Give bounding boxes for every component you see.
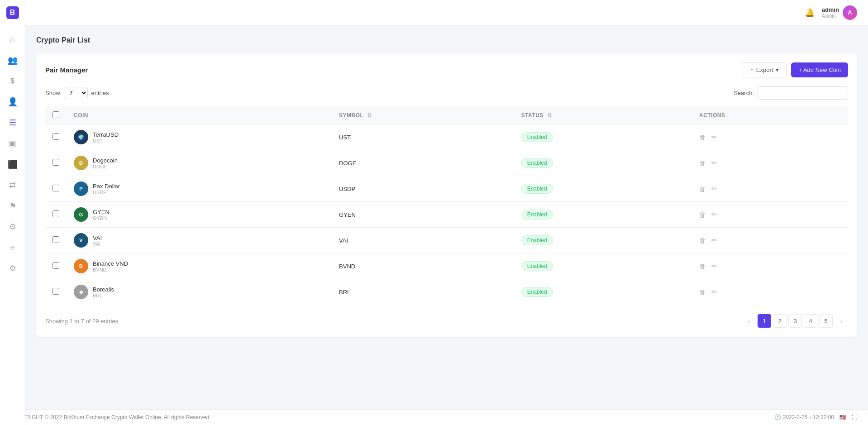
coin-ticker-6: BRL: [93, 293, 114, 298]
actions-cell-1: 🗑 ✏: [692, 150, 848, 176]
status-badge-0: Enabled: [521, 132, 553, 142]
edit-icon-0[interactable]: ✏: [711, 133, 717, 141]
row-checkbox-cell: [45, 253, 67, 279]
coins-table: COIN SYMBOL ⇅ STATUS ⇅ ACTIONS 🌍 TerraU: [45, 107, 848, 305]
sidebar-item-menu[interactable]: ≡: [4, 239, 22, 257]
row-checkbox-cell: [45, 228, 67, 253]
sidebar-item-grid[interactable]: ▣: [4, 134, 22, 153]
delete-icon-5[interactable]: 🗑: [699, 263, 706, 270]
coin-name-2: Pax Dollar: [93, 183, 120, 190]
coin-info-3: GYEN GYEN: [93, 209, 110, 221]
search-input[interactable]: [758, 86, 848, 100]
action-icons-3: 🗑 ✏: [699, 210, 841, 219]
status-cell-3: Enabled: [514, 202, 692, 228]
row-checkbox-cell: [45, 279, 67, 305]
pagination-page-2[interactable]: 2: [773, 314, 787, 328]
coin-logo-5: B: [74, 259, 88, 273]
app-logo: B: [6, 6, 19, 19]
edit-icon-5[interactable]: ✏: [711, 262, 717, 270]
add-new-coin-button[interactable]: + Add New Coin: [791, 62, 848, 77]
row-checkbox-6[interactable]: [52, 288, 59, 295]
status-badge-5: Enabled: [521, 261, 553, 271]
user-avatar[interactable]: A: [843, 5, 857, 20]
pagination-page-1[interactable]: 1: [758, 314, 771, 328]
symbol-header[interactable]: SYMBOL ⇅: [332, 107, 514, 124]
topbar-right: 🔔 admin Admin A: [805, 5, 857, 20]
edit-icon-3[interactable]: ✏: [711, 210, 717, 219]
pagination-next[interactable]: ›: [835, 314, 848, 328]
notification-bell-icon[interactable]: 🔔: [805, 8, 815, 18]
sidebar-logo: B: [0, 0, 25, 25]
show-entries: Show 7 10 25 50 entries: [45, 87, 109, 99]
coin-name-1: Dogecoin: [93, 157, 118, 164]
row-checkbox-5[interactable]: [52, 262, 59, 269]
sidebar-item-flag[interactable]: ⚑: [4, 197, 22, 215]
pagination-prev[interactable]: ‹: [742, 314, 756, 328]
coin-name-3: GYEN: [93, 209, 110, 215]
list-icon: ☰: [9, 118, 16, 128]
delete-icon-4[interactable]: 🗑: [699, 237, 706, 244]
sidebar-item-home[interactable]: ⌂: [4, 30, 22, 48]
add-label: + Add New Coin: [798, 67, 841, 73]
edit-icon-1[interactable]: ✏: [711, 159, 717, 167]
delete-icon-3[interactable]: 🗑: [699, 211, 706, 219]
coin-name-5: Binance VND: [93, 260, 128, 267]
user-role: Admin: [822, 13, 839, 19]
pair-manager-card: Pair Manager ↑ Export ▾ + Add New Coin S…: [36, 53, 857, 337]
pagination-page-4[interactable]: 4: [804, 314, 817, 328]
action-icons-5: 🗑 ✏: [699, 262, 841, 270]
coin-cell: G GYEN GYEN: [67, 202, 332, 228]
delete-icon-6[interactable]: 🗑: [699, 288, 706, 296]
sidebar-item-users[interactable]: 👥: [4, 51, 22, 69]
sidebar-item-list[interactable]: ☰: [4, 114, 22, 132]
symbol-sort-icon: ⇅: [367, 112, 372, 119]
pagination-page-5[interactable]: 5: [819, 314, 833, 328]
row-checkbox-2[interactable]: [52, 185, 59, 191]
sidebar-item-settings[interactable]: ⚙: [4, 218, 22, 236]
row-checkbox-3[interactable]: [52, 210, 59, 217]
edit-icon-4[interactable]: ✏: [711, 236, 717, 244]
export-button[interactable]: ↑ Export ▾: [743, 62, 787, 77]
coin-info-1: Dogecoin DOGE: [93, 157, 118, 169]
coin-logo-4: V: [74, 233, 88, 248]
actions-cell-5: 🗑 ✏: [692, 253, 848, 279]
delete-icon-2[interactable]: 🗑: [699, 185, 706, 193]
coin-ticker-2: USDP: [93, 190, 120, 195]
actions-header: ACTIONS: [692, 107, 848, 124]
table-row: ◈ Borealis BRL BRL Enabled 🗑 ✏: [45, 279, 848, 305]
row-checkbox-cell: [45, 124, 67, 150]
home-icon: ⌂: [10, 35, 15, 44]
row-checkbox-1[interactable]: [52, 159, 59, 166]
status-header[interactable]: STATUS ⇅: [514, 107, 692, 124]
settings-icon: ⚙: [9, 222, 16, 232]
sidebar-item-config[interactable]: ⚙: [4, 259, 22, 277]
table-wrapper: COIN SYMBOL ⇅ STATUS ⇅ ACTIONS 🌍 TerraU: [45, 107, 848, 305]
coin-name-6: Borealis: [93, 286, 114, 293]
entries-select[interactable]: 7 10 25 50: [64, 87, 88, 99]
footer-right: 🕐 2022-3-25 › 12:32:00 🇺🇸 ⛶: [774, 414, 857, 420]
sidebar-item-dollar[interactable]: $: [4, 72, 22, 90]
edit-icon-6[interactable]: ✏: [711, 288, 717, 296]
box-icon: ⬛: [8, 159, 18, 169]
coin-cell: P Pax Dollar USDP: [67, 176, 332, 202]
sidebar-item-user[interactable]: 👤: [4, 93, 22, 111]
pagination-page-3[interactable]: 3: [788, 314, 802, 328]
delete-icon-0[interactable]: 🗑: [699, 134, 706, 141]
row-checkbox-4[interactable]: [52, 236, 59, 243]
card-header: Pair Manager ↑ Export ▾ + Add New Coin: [45, 62, 848, 77]
delete-icon-1[interactable]: 🗑: [699, 159, 706, 167]
select-all-header: [45, 107, 67, 124]
flag-icon: 🇺🇸: [839, 414, 846, 420]
edit-icon-2[interactable]: ✏: [711, 185, 717, 193]
action-icons-2: 🗑 ✏: [699, 185, 841, 193]
coin-info-0: TerraUSD UST: [93, 131, 119, 143]
coin-cell: ◈ Borealis BRL: [67, 279, 332, 305]
coin-name-0: TerraUSD: [93, 131, 119, 138]
footer-date: 2022-3-25: [783, 414, 808, 420]
symbol-cell-6: BRL: [332, 279, 514, 305]
row-checkbox-0[interactable]: [52, 133, 59, 140]
sidebar-item-transfer[interactable]: ⇄: [4, 176, 22, 194]
select-all-checkbox[interactable]: [52, 111, 59, 118]
export-icon: ↑: [750, 67, 754, 73]
sidebar-item-box[interactable]: ⬛: [4, 155, 22, 173]
